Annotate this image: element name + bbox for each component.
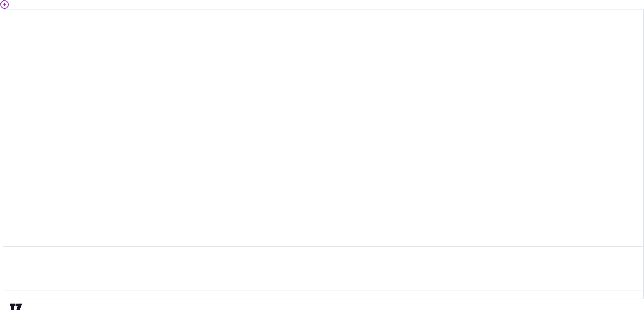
tradingview-logo-icon [9, 302, 22, 312]
lightning-icon [0, 0, 9, 9]
crsi-legend-row[interactable] [5, 248, 7, 253]
chart-canvas[interactable] [0, 0, 644, 319]
tradingview-chart-screenshot [0, 0, 644, 319]
symbol-legend-row[interactable] [5, 10, 21, 15]
